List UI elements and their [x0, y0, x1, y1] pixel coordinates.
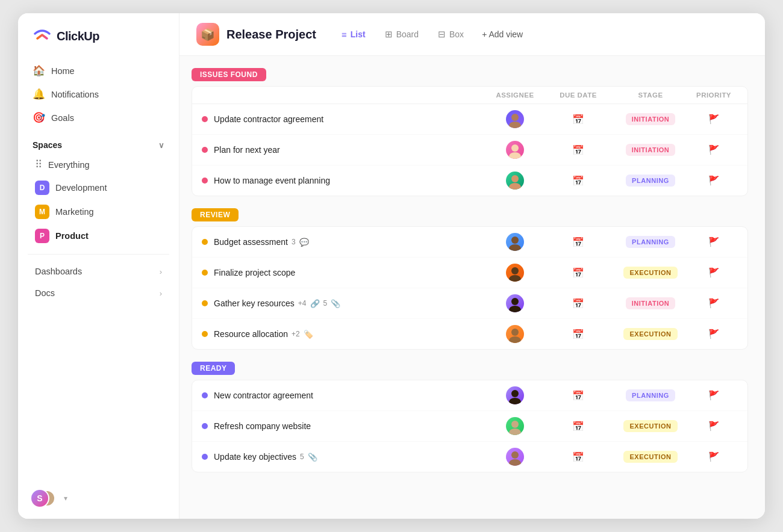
- task-name-cell: How to manage event planning: [202, 176, 485, 185]
- stage-badge: PLANNING: [626, 236, 675, 248]
- tab-list[interactable]: ≡ List: [333, 26, 374, 43]
- task-due-date[interactable]: 📅: [545, 144, 611, 156]
- col-task-header: [202, 91, 485, 99]
- task-priority[interactable]: 🚩: [690, 451, 738, 462]
- table-issues: ASSIGNEE DUE DATE STAGE PRIORITY Update …: [192, 86, 748, 196]
- task-name[interactable]: Update contractor agreement: [214, 114, 323, 124]
- task-name[interactable]: Refresh company website: [214, 421, 311, 431]
- task-stage: PLANNING: [611, 389, 690, 401]
- avatar: [506, 448, 524, 466]
- task-meta-count: 5: [323, 299, 328, 308]
- tab-box[interactable]: ⊟ Box: [429, 25, 472, 43]
- sidebar-item-marketing[interactable]: M Marketing: [20, 200, 176, 224]
- group-header-review: REVIEW: [192, 208, 748, 221]
- task-name-cell: Update contractor agreement: [202, 114, 485, 124]
- task-assignee: [485, 141, 545, 159]
- footer-chevron-icon[interactable]: ▾: [64, 494, 67, 503]
- badge-issues: ISSUES FOUND: [192, 68, 266, 81]
- view-tabs: ≡ List ⊞ Board ⊟ Box + Add view: [333, 25, 530, 43]
- add-view-button[interactable]: + Add view: [475, 26, 530, 43]
- sidebar-divider: [28, 254, 169, 255]
- task-name[interactable]: How to manage event planning: [214, 176, 330, 185]
- task-name[interactable]: Finalize project scope: [214, 268, 295, 277]
- task-name[interactable]: Update key objectives: [214, 452, 296, 462]
- table-row: Budget assessment 3 💬 📅: [192, 227, 747, 258]
- task-priority[interactable]: 🚩: [690, 298, 738, 309]
- tag-icon: 🏷️: [304, 330, 313, 339]
- task-due-date[interactable]: 📅: [545, 114, 611, 125]
- group-issues: ISSUES FOUND ASSIGNEE DUE DATE STAGE PRI…: [192, 68, 748, 196]
- task-priority[interactable]: 🚩: [690, 329, 738, 339]
- task-assignee: [485, 386, 545, 404]
- task-assignee: [485, 294, 545, 312]
- task-name[interactable]: New contractor agreement: [214, 391, 313, 400]
- table-row: Resource allocation +2 🏷️ 📅: [192, 319, 747, 349]
- task-priority[interactable]: 🚩: [690, 237, 738, 247]
- calendar-icon: 📅: [572, 175, 584, 187]
- task-name[interactable]: Resource allocation: [214, 329, 288, 339]
- task-name[interactable]: Gather key resources: [214, 298, 295, 308]
- task-name[interactable]: Budget assessment: [214, 237, 288, 247]
- task-name[interactable]: Plan for next year: [214, 145, 280, 155]
- task-priority[interactable]: 🚩: [690, 144, 738, 155]
- sidebar-item-everything[interactable]: ⠿ Everything: [20, 153, 176, 176]
- svg-point-9: [511, 267, 519, 274]
- flag-icon: 🚩: [708, 175, 720, 186]
- task-priority[interactable]: 🚩: [690, 175, 738, 186]
- tab-box-label: Box: [449, 29, 464, 39]
- box-icon: ⊟: [438, 29, 446, 40]
- sidebar-item-notifications[interactable]: 🔔 Notifications: [25, 82, 172, 106]
- svg-point-14: [509, 336, 521, 343]
- stage-badge: INITIATION: [626, 297, 676, 309]
- sidebar-item-docs[interactable]: Docs ›: [20, 282, 176, 304]
- avatar: [506, 141, 524, 159]
- sidebar-item-product[interactable]: P Product: [20, 224, 176, 248]
- task-meta-count: 3: [292, 238, 296, 246]
- task-due-date[interactable]: 📅: [545, 267, 611, 279]
- table-row: Gather key resources +4 🔗 5 📎: [192, 288, 747, 319]
- svg-point-20: [509, 459, 521, 466]
- task-priority[interactable]: 🚩: [690, 114, 738, 125]
- task-priority[interactable]: 🚩: [690, 390, 738, 401]
- spaces-label: Spaces: [33, 140, 62, 150]
- add-view-label: + Add view: [482, 29, 523, 39]
- task-due-date[interactable]: 📅: [545, 237, 611, 248]
- task-priority[interactable]: 🚩: [690, 421, 738, 431]
- task-name-cell: Refresh company website: [202, 421, 485, 431]
- spaces-chevron-icon[interactable]: ∨: [158, 141, 164, 150]
- task-name-cell: New contractor agreement: [202, 391, 485, 400]
- svg-point-16: [509, 398, 521, 404]
- task-due-date[interactable]: 📅: [545, 451, 611, 463]
- group-header-ready: READY: [192, 362, 748, 375]
- col-stage-header: STAGE: [611, 91, 690, 99]
- badge-ready: READY: [192, 362, 235, 375]
- sidebar-goals-label: Goals: [51, 113, 74, 123]
- task-due-date[interactable]: 📅: [545, 421, 611, 432]
- task-name-cell: Gather key resources +4 🔗 5 📎: [202, 298, 485, 308]
- sidebar-item-goals[interactable]: 🎯 Goals: [25, 106, 172, 129]
- calendar-icon: 📅: [572, 390, 584, 401]
- avatar: [506, 110, 524, 128]
- task-stage: EXECUTION: [611, 451, 690, 463]
- sidebar-item-development[interactable]: D Development: [20, 176, 176, 200]
- avatar: [506, 233, 524, 251]
- table-row: Update key objectives 5 📎 📅: [192, 442, 747, 472]
- bell-icon: 🔔: [33, 88, 45, 101]
- task-due-date[interactable]: 📅: [545, 390, 611, 401]
- sidebar-item-home[interactable]: 🏠 Home: [25, 59, 172, 82]
- flag-icon: 🚩: [708, 329, 720, 339]
- svg-point-19: [511, 451, 519, 459]
- task-due-date[interactable]: 📅: [545, 298, 611, 309]
- tab-list-label: List: [351, 29, 366, 39]
- task-due-date[interactable]: 📅: [545, 175, 611, 187]
- task-priority[interactable]: 🚩: [690, 267, 738, 278]
- task-assignee: [485, 172, 545, 190]
- flag-icon: 🚩: [708, 144, 720, 155]
- tab-board[interactable]: ⊞ Board: [376, 25, 427, 43]
- sidebar-item-dashboards[interactable]: Dashboards ›: [20, 261, 176, 282]
- stage-badge: PLANNING: [626, 389, 675, 401]
- task-due-date[interactable]: 📅: [545, 329, 611, 340]
- stage-badge: EXECUTION: [623, 420, 677, 432]
- app-window: ClickUp 🏠 Home 🔔 Notifications 🎯 Goals S…: [18, 13, 765, 519]
- table-row: Update contractor agreement 📅 INITIATION: [192, 104, 747, 135]
